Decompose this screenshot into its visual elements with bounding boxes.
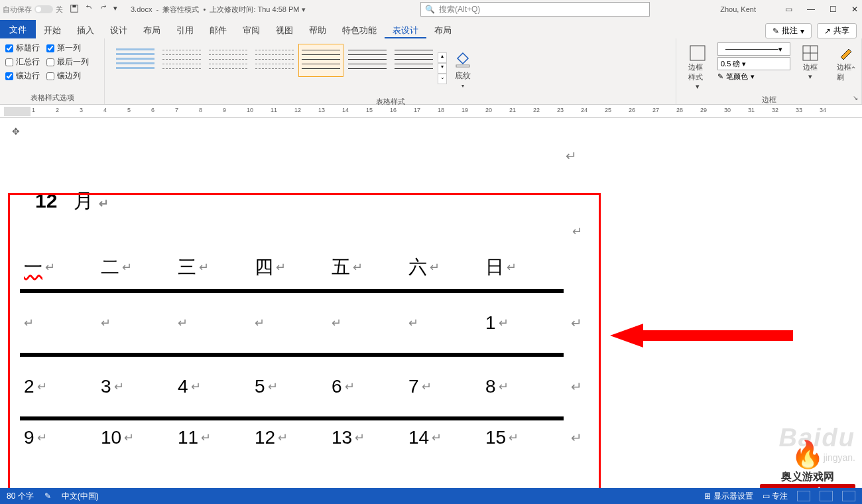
save-icon[interactable] [70,4,79,15]
table-styles-gallery[interactable]: ▴▾⌄ 底纹 ▾ [110,41,670,95]
chevron-up-icon[interactable]: ▴ [438,52,447,63]
tab-review[interactable]: 审阅 [235,21,268,38]
quick-access-toolbar: ▾ [70,4,117,15]
autosave-label: 自动保存 [3,5,32,15]
display-settings[interactable]: ⊞ 显示器设置 [704,491,753,502]
style-thumb-selected[interactable] [298,44,343,77]
style-thumb[interactable] [206,44,251,77]
style-thumb[interactable] [252,44,297,77]
qat-dropdown-icon[interactable]: ▾ [113,4,117,15]
user-name[interactable]: Zhou, Kent [720,5,756,13]
day-cell: 8↵ [481,376,558,397]
tab-references[interactable]: 引用 [168,21,202,38]
day-cell: ↵ [251,316,328,330]
tab-design[interactable]: 设计 [102,21,135,38]
paragraph-mark-icon: ↵ [566,148,577,164]
ribbon-mode-icon[interactable]: ▭ [785,5,792,14]
check-total-row[interactable]: 汇总行 [5,56,40,68]
border-style-button[interactable]: 边框样式▾ [682,41,713,94]
document-area[interactable]: ✥ ↵ 12 月 ↵ ↵ 一↵ 二↵ 三↵ 四↵ 五↵ 六↵ 日↵ ↵ ↵ ↵ … [0,118,862,489]
check-header-row[interactable]: 标题行 [5,42,40,54]
style-thumb[interactable] [159,44,204,77]
day-cell: 10↵ [97,427,174,448]
pen-color-button[interactable]: ✎ 笔颜色 ▾ [717,72,790,82]
tab-file[interactable]: 文件 [0,20,36,38]
view-read-icon[interactable] [797,491,810,501]
tab-table-design[interactable]: 表设计 [385,21,426,38]
document-content[interactable]: 12 月 ↵ [0,118,862,215]
gallery-more-icon[interactable]: ⌄ [438,74,447,84]
border-painter-button[interactable]: 边框刷 [830,41,862,94]
tab-table-layout[interactable]: 布局 [426,21,460,38]
minimize-icon[interactable]: — [807,5,815,14]
chevron-down-icon[interactable]: ▾ [438,63,447,74]
tab-view[interactable]: 视图 [268,21,301,38]
style-thumb[interactable] [391,44,436,77]
day-cell: 5↵ [251,376,328,397]
weekday-cell: 日↵ [481,255,558,280]
day-cell: 13↵ [328,427,404,448]
flame-icon: 🔥 [760,439,855,470]
share-button[interactable]: ↗ 共享 [817,23,857,38]
paragraph-mark-icon: ↵ [99,197,109,210]
tab-special[interactable]: 特色功能 [334,21,385,38]
paragraph-mark-icon: ↵ [571,379,582,395]
view-print-icon[interactable] [820,491,833,501]
day-cell: 3↵ [97,376,174,397]
language-status[interactable]: 中文(中国) [62,491,99,502]
site-logo: 🔥 奥义游戏网 w w w . a o e 1 . c o m [760,439,855,495]
view-web-icon[interactable] [842,491,855,501]
pen-width-select[interactable]: 0.5 磅 ▾ [717,57,790,70]
border-button[interactable]: 边框▾ [794,41,826,94]
calendar-table[interactable]: ↵ 一↵ 二↵ 三↵ 四↵ 五↵ 六↵ 日↵ ↵ ↵ ↵ ↵ ↵ ↵ 1↵ ↵ … [20,251,564,455]
svg-rect-3 [690,46,705,60]
day-cell: 14↵ [404,427,481,448]
tab-mailings[interactable]: 邮件 [202,21,235,38]
horizontal-ruler[interactable]: 1234567891011121314151617181920212223242… [0,105,862,118]
group-table-styles: ▴▾⌄ 底纹 ▾ 表格样式 [105,38,676,104]
day-cell: 11↵ [174,427,251,448]
annotation-arrow [610,322,796,351]
border-icon [801,44,820,62]
word-count[interactable]: 80 个字 [7,491,34,502]
paragraph-mark-icon: ↵ [571,315,582,331]
close-icon[interactable]: ✕ [851,5,858,14]
proofing-icon[interactable]: ✎ [44,491,51,501]
border-painter-icon [837,44,855,62]
collapse-ribbon-icon[interactable]: ⌃ [850,65,857,74]
paragraph-mark-icon: ↵ [571,430,582,446]
tab-help[interactable]: 帮助 [301,21,334,38]
style-thumb[interactable] [345,44,390,77]
last-modified-value: Thu 4:58 PM [258,5,300,13]
table-row: ↵ ↵ ↵ ↵ ↵ ↵ 1↵ ↵ [20,293,564,353]
search-input[interactable]: 🔍 搜索(Alt+Q) [420,2,650,17]
tab-insert[interactable]: 插入 [69,21,102,38]
ribbon: 标题行 第一列 汇总行 最后一列 镶边行 镶边列 表格样式选项 ▴▾⌄ [0,38,862,105]
undo-icon[interactable] [84,4,93,15]
weekday-cell: 一↵ [20,255,97,280]
ribbon-launcher-icon[interactable]: ↘ [853,94,858,101]
shading-button[interactable]: 底纹 ▾ [448,44,477,93]
check-banded-rows[interactable]: 镶边行 [5,70,40,82]
style-thumb[interactable] [113,44,158,77]
group-label-style-options: 表格样式选项 [5,93,99,103]
comments-button[interactable]: ✎ 批注 ▾ [765,23,812,38]
ribbon-tabs: 文件 开始 插入 设计 布局 引用 邮件 审阅 视图 帮助 特色功能 表设计 布… [0,19,862,38]
last-modified-label: 上次修改时间: [210,5,255,13]
gallery-scroll[interactable]: ▴▾⌄ [438,44,447,93]
bucket-icon [452,48,473,69]
tab-home[interactable]: 开始 [36,21,69,38]
window-controls: ▭ — ☐ ✕ [785,5,858,14]
redo-icon[interactable] [99,4,108,15]
day-cell: 2↵ [20,376,97,397]
maximize-icon[interactable]: ☐ [830,5,837,14]
focus-mode[interactable]: ▭ 专注 [763,491,788,502]
autosave-toggle[interactable]: 自动保存 关 [3,5,63,15]
table-move-handle-icon[interactable]: ✥ [12,126,20,137]
tab-layout[interactable]: 布局 [135,21,168,38]
check-banded-cols[interactable]: 镶边列 [46,70,81,82]
border-line-style-select[interactable]: ▾ [717,42,790,56]
check-last-col[interactable]: 最后一列 [46,56,89,68]
check-first-col[interactable]: 第一列 [46,42,81,54]
titlebar: 自动保存 关 ▾ 3.docx - 兼容性模式 • 上次修改时间: Thu 4:… [0,0,862,19]
